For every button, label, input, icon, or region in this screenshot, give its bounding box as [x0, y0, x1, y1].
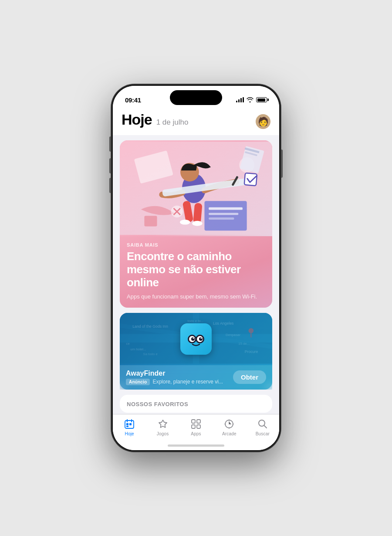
svg-rect-3	[209, 207, 243, 210]
signal-icon	[236, 97, 244, 102]
ad-badge: Anúncio	[126, 379, 150, 385]
svg-rect-50	[197, 420, 200, 423]
wifi-icon	[247, 97, 253, 102]
svg-rect-51	[192, 425, 195, 428]
tab-arcade-label: Arcade	[222, 431, 237, 436]
svg-rect-45	[129, 423, 132, 425]
battery-icon	[256, 97, 267, 102]
home-indicator	[168, 444, 224, 447]
featured-headline: Encontre o caminho mesmo se não estiver …	[127, 250, 265, 289]
svg-text:15 de...: 15 de...	[238, 342, 250, 346]
svg-text:Procure: Procure	[245, 349, 258, 354]
status-bar: 09:41	[113, 86, 279, 108]
tab-apps[interactable]: Apps	[179, 418, 213, 436]
status-time: 09:41	[125, 96, 141, 104]
svg-text:Sa todo e: Sa todo e	[143, 352, 157, 356]
svg-point-11	[180, 220, 190, 225]
tab-buscar[interactable]: Buscar	[246, 418, 279, 436]
tab-jogos-icon	[157, 418, 169, 430]
ad-info: AwayFinder Anúncio Explore, planeje e re…	[120, 365, 272, 390]
tab-buscar-icon	[257, 418, 269, 430]
ad-banner: Land of the Gods Inn Los Angeles Denpasa…	[120, 313, 272, 365]
main-scroll[interactable]: Hoje 1 de julho 🧑	[113, 108, 279, 414]
avatar[interactable]: 🧑	[256, 114, 270, 129]
section-card: NOSSOS FAVORITOS	[120, 395, 272, 413]
ad-app-name: AwayFinder	[126, 370, 233, 377]
svg-rect-5	[209, 217, 234, 220]
featured-illustration	[120, 140, 272, 236]
svg-line-59	[264, 426, 267, 428]
svg-rect-4	[209, 213, 238, 215]
svg-rect-49	[192, 420, 195, 423]
header-date: 1 de julho	[156, 118, 189, 127]
ad-card[interactable]: Land of the Gods Inn Los Angeles Denpasa…	[120, 313, 272, 390]
get-button[interactable]: Obter	[233, 370, 266, 384]
dynamic-island	[170, 90, 222, 105]
svg-text:todo e to...: todo e to...	[188, 319, 204, 323]
svg-point-56	[225, 424, 226, 425]
featured-label: SAIBA MAIS	[127, 242, 265, 248]
tab-hoje-label: Hoje	[125, 431, 134, 436]
svg-point-12	[192, 221, 202, 226]
svg-text:ce: ce	[126, 342, 130, 346]
svg-point-55	[233, 424, 234, 425]
phone-screen: 09:41 Hoje 1 de j	[113, 86, 279, 450]
svg-point-57	[229, 427, 230, 429]
phone-frame: 09:41 Hoje 1 de j	[111, 84, 281, 452]
page-title: Hoje	[122, 111, 152, 128]
tab-apps-icon	[190, 418, 202, 430]
ad-description: Explore, planeje e reserve vi...	[152, 379, 223, 385]
featured-subtitle: Apps que funcionam super bem, mesmo sem …	[127, 293, 265, 301]
svg-point-34	[249, 328, 254, 333]
svg-rect-52	[197, 425, 200, 428]
featured-card[interactable]: SAIBA MAIS Encontre o caminho mesmo se n…	[120, 140, 272, 308]
tab-arcade-icon	[223, 418, 235, 430]
tab-apps-label: Apps	[191, 431, 201, 436]
svg-rect-44	[126, 423, 128, 425]
svg-text:um hotel...: um hotel...	[130, 347, 146, 351]
svg-point-38	[193, 337, 194, 339]
svg-rect-2	[204, 201, 247, 231]
ad-app-icon	[180, 323, 212, 355]
svg-point-54	[229, 420, 230, 421]
svg-rect-46	[126, 426, 128, 427]
svg-rect-19	[144, 216, 157, 226]
svg-rect-15	[244, 173, 257, 186]
tab-buscar-label: Buscar	[256, 431, 270, 436]
tab-hoje-icon	[123, 418, 135, 430]
svg-point-42	[201, 337, 202, 339]
featured-text-area: SAIBA MAIS Encontre o caminho mesmo se n…	[120, 236, 272, 308]
ad-info-left: AwayFinder Anúncio Explore, planeje e re…	[126, 370, 233, 385]
svg-text:Denpasar: Denpasar	[226, 333, 240, 337]
status-icons	[236, 97, 267, 102]
ad-badges: Anúncio Explore, planeje e reserve vi...	[126, 379, 233, 385]
tab-jogos[interactable]: Jogos	[146, 418, 179, 436]
page-header: Hoje 1 de julho 🧑	[113, 108, 279, 135]
svg-text:Los Angeles: Los Angeles	[213, 321, 234, 326]
svg-text:Land of the Gods Inn: Land of the Gods Inn	[132, 324, 168, 329]
tab-jogos-label: Jogos	[157, 431, 169, 436]
header-left: Hoje 1 de julho	[122, 111, 188, 128]
tab-hoje[interactable]: Hoje	[113, 418, 146, 436]
tab-arcade[interactable]: Arcade	[213, 418, 246, 436]
section-title: NOSSOS FAVORITOS	[120, 395, 272, 413]
